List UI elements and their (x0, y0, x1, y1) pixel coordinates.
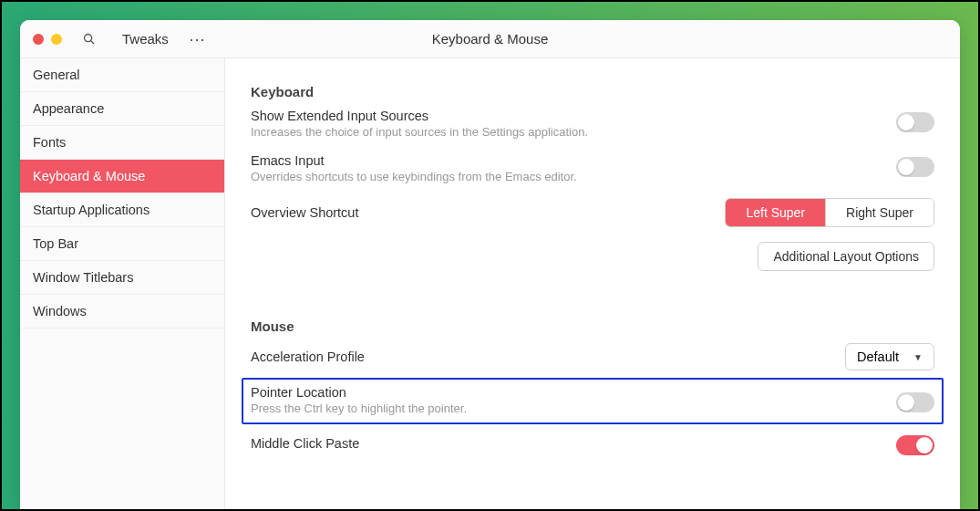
app-title: Tweaks (122, 31, 169, 47)
svg-point-0 (84, 35, 91, 42)
row-extended-sources: Show Extended Input Sources Increases th… (251, 109, 934, 139)
additional-layout-options-button[interactable]: Additional Layout Options (758, 242, 934, 271)
middle-click-paste-label: Middle Click Paste (251, 436, 359, 451)
sidebar: General Appearance Fonts Keyboard & Mous… (20, 58, 225, 509)
pointer-location-desc: Press the Ctrl key to highlight the poin… (251, 402, 467, 415)
emacs-label: Emacs Input (251, 153, 577, 168)
overview-shortcut-segmented: Left Super Right Super (725, 198, 934, 227)
more-menu-icon[interactable]: ⋯ (189, 29, 206, 49)
sidebar-item-fonts[interactable]: Fonts (20, 126, 224, 160)
tweaks-window: Tweaks ⋯ Keyboard & Mouse General Appear… (20, 20, 960, 509)
accel-profile-label: Acceleration Profile (251, 349, 365, 364)
emacs-toggle[interactable] (896, 157, 934, 177)
sidebar-item-top-bar[interactable]: Top Bar (20, 227, 224, 261)
chevron-down-icon: ▼ (913, 352, 923, 362)
highlighted-row: Pointer Location Press the Ctrl key to h… (242, 378, 944, 424)
close-icon[interactable] (33, 34, 44, 45)
extended-sources-desc: Increases the choice of input sources in… (251, 125, 588, 139)
search-icon[interactable] (78, 29, 98, 49)
sidebar-item-general[interactable]: General (20, 58, 224, 92)
svg-line-1 (90, 41, 93, 44)
minimize-icon[interactable] (51, 34, 62, 45)
sidebar-item-startup-apps[interactable]: Startup Applications (20, 193, 224, 227)
accel-profile-select[interactable]: Default ▼ (845, 343, 934, 370)
row-pointer-location: Pointer Location Press the Ctrl key to h… (251, 385, 934, 415)
section-heading-keyboard: Keyboard (251, 84, 934, 99)
row-middle-click-paste: Middle Click Paste (251, 432, 934, 455)
emacs-desc: Overrides shortcuts to use keybindings f… (251, 170, 577, 183)
extended-sources-label: Show Extended Input Sources (251, 109, 588, 123)
extended-sources-toggle[interactable] (896, 112, 934, 132)
overview-right-super-button[interactable]: Right Super (825, 199, 934, 226)
window-controls: Tweaks ⋯ (20, 29, 206, 49)
sidebar-item-windows[interactable]: Windows (20, 295, 224, 328)
titlebar: Tweaks ⋯ Keyboard & Mouse (20, 20, 960, 58)
row-acceleration-profile: Acceleration Profile Default ▼ (251, 343, 934, 370)
pointer-location-toggle[interactable] (896, 392, 934, 412)
section-heading-mouse: Mouse (251, 318, 934, 334)
row-emacs: Emacs Input Overrides shortcuts to use k… (251, 153, 934, 183)
middle-click-paste-toggle[interactable] (896, 435, 934, 455)
pointer-location-label: Pointer Location (251, 385, 467, 400)
overview-left-super-button[interactable]: Left Super (726, 199, 825, 226)
accel-profile-value: Default (857, 349, 899, 364)
main-content: Keyboard Show Extended Input Sources Inc… (225, 58, 960, 509)
sidebar-item-appearance[interactable]: Appearance (20, 92, 224, 126)
row-overview-shortcut: Overview Shortcut Left Super Right Super (251, 198, 934, 227)
page-title: Keyboard & Mouse (432, 31, 549, 47)
sidebar-item-keyboard-mouse[interactable]: Keyboard & Mouse (20, 160, 224, 193)
window-body: General Appearance Fonts Keyboard & Mous… (20, 58, 960, 509)
overview-shortcut-label: Overview Shortcut (251, 205, 358, 220)
sidebar-item-window-titlebars[interactable]: Window Titlebars (20, 261, 224, 295)
